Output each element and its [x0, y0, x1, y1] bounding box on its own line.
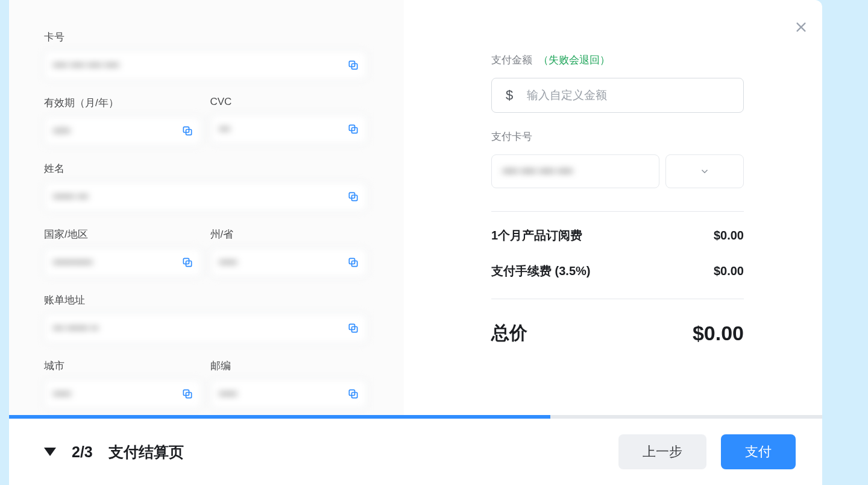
card-number-input[interactable]: [44, 50, 368, 80]
copy-icon[interactable]: [347, 191, 359, 203]
amount-input-box: $: [491, 78, 744, 113]
state-group: 州/省: [210, 227, 368, 277]
card-number-label: 卡号: [44, 30, 368, 44]
country-group: 国家/地区: [44, 227, 202, 277]
copy-icon[interactable]: [181, 256, 193, 268]
fee-row: 支付手续费 (3.5%) $0.00: [491, 263, 744, 279]
city-label: 城市: [44, 359, 202, 373]
copy-icon[interactable]: [347, 256, 359, 268]
copy-icon[interactable]: [347, 59, 359, 71]
name-group: 姓名: [44, 162, 368, 212]
country-input[interactable]: [44, 247, 202, 277]
zip-input[interactable]: [210, 379, 368, 409]
close-button[interactable]: [794, 21, 808, 34]
card-number-group: 卡号: [44, 30, 368, 80]
payment-card-select[interactable]: •••• •••• •••• ••••: [491, 154, 659, 188]
divider: [491, 299, 744, 299]
selected-card-value: •••• •••• •••• ••••: [503, 165, 573, 178]
summary-panel: 支付金额 （失败会退回） $ 支付卡号 •••• •••• •••• •••• …: [404, 0, 822, 415]
name-input[interactable]: [44, 182, 368, 212]
city-group: 城市: [44, 359, 202, 409]
expiry-label: 有效期（月/年）: [44, 96, 202, 110]
step-title: 支付结算页: [108, 442, 184, 462]
copy-icon[interactable]: [347, 322, 359, 334]
dollar-icon: $: [492, 87, 527, 103]
cvc-label: CVC: [210, 96, 368, 108]
fee-label: 支付手续费 (3.5%): [491, 263, 590, 279]
modal-footer: 2/3 支付结算页 上一步 支付: [9, 419, 822, 485]
divider: [491, 211, 744, 212]
zip-group: 邮编: [210, 359, 368, 409]
copy-icon[interactable]: [347, 123, 359, 135]
address-label: 账单地址: [44, 293, 368, 307]
billing-form-panel: 卡号 有效期（月/年）: [9, 0, 404, 415]
collapse-toggle-icon[interactable]: [44, 448, 56, 456]
total-row: 总价 $0.00: [491, 321, 744, 346]
amount-input[interactable]: [527, 78, 743, 112]
previous-button[interactable]: 上一步: [618, 434, 706, 469]
payment-modal: 卡号 有效期（月/年）: [9, 0, 822, 485]
cvc-group: CVC: [210, 96, 368, 146]
copy-icon[interactable]: [347, 388, 359, 400]
fee-value: $0.00: [714, 264, 744, 278]
city-input[interactable]: [44, 379, 202, 409]
state-label: 州/省: [210, 227, 368, 241]
payment-card-label: 支付卡号: [491, 130, 744, 144]
address-group: 账单地址: [44, 293, 368, 343]
copy-icon[interactable]: [181, 125, 193, 137]
step-indicator: 2/3: [72, 443, 93, 461]
name-label: 姓名: [44, 162, 368, 176]
state-input[interactable]: [210, 247, 368, 277]
payment-amount-label: 支付金额: [491, 53, 532, 67]
country-label: 国家/地区: [44, 227, 202, 241]
copy-icon[interactable]: [181, 388, 193, 400]
cvc-input[interactable]: [210, 114, 368, 144]
fee-row: 1个月产品订阅费 $0.00: [491, 227, 744, 244]
total-label: 总价: [491, 321, 527, 346]
payment-refund-note: （失败会退回）: [538, 53, 610, 67]
chevron-down-icon: [699, 166, 710, 177]
expiry-group: 有效期（月/年）: [44, 96, 202, 146]
expiry-input[interactable]: [44, 116, 202, 146]
address-input[interactable]: [44, 313, 368, 343]
fee-value: $0.00: [714, 229, 744, 242]
pay-button[interactable]: 支付: [721, 434, 796, 469]
card-select-dropdown[interactable]: [665, 154, 744, 188]
zip-label: 邮编: [210, 359, 368, 373]
modal-body: 卡号 有效期（月/年）: [9, 0, 822, 415]
total-value: $0.00: [693, 322, 744, 345]
fee-label: 1个月产品订阅费: [491, 227, 582, 244]
